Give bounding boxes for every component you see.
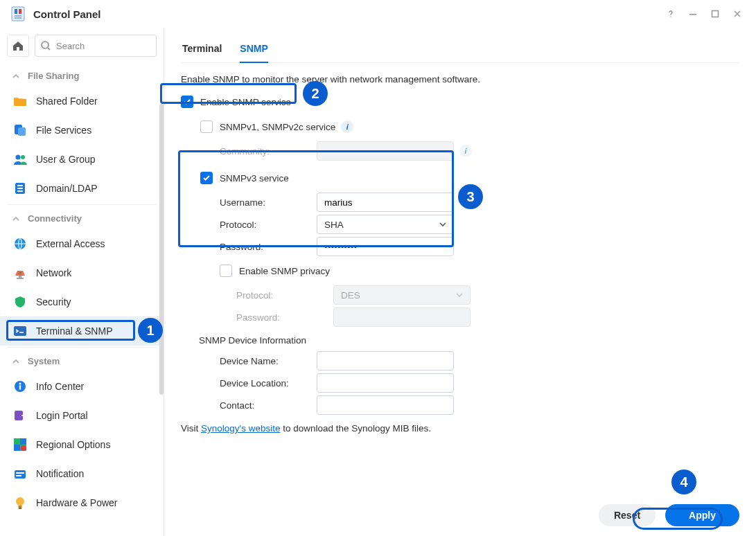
nav-label: Domain/LDAP xyxy=(36,183,98,194)
priv-password-label: Password: xyxy=(236,312,333,323)
help-icon[interactable] xyxy=(662,5,680,23)
sidebar-item-terminal-snmp[interactable]: Terminal & SNMP xyxy=(0,316,164,346)
tabs: Terminal SNMP xyxy=(181,35,739,63)
search-input[interactable] xyxy=(35,35,157,57)
password-label: Password: xyxy=(220,242,317,252)
folder-icon xyxy=(12,93,28,109)
svg-rect-3 xyxy=(15,15,21,17)
enable-snmp-label: Enable SNMP service xyxy=(200,97,291,107)
nav-label: External Access xyxy=(36,238,105,249)
svg-rect-16 xyxy=(17,190,23,192)
svg-point-12 xyxy=(21,155,25,159)
snmp-privacy-checkbox[interactable] xyxy=(220,265,232,277)
sidebar-item-notification[interactable]: Notification xyxy=(0,459,164,488)
svg-rect-18 xyxy=(19,276,21,278)
reset-button[interactable]: Reset xyxy=(599,504,656,526)
svg-point-20 xyxy=(19,272,21,274)
nav-label: Hardware & Power xyxy=(36,497,118,508)
synology-website-link[interactable]: Synology's website xyxy=(201,423,280,434)
nav-label: File Services xyxy=(36,125,91,136)
section-label: System xyxy=(28,356,60,366)
snmp-description: Enable SNMP to monitor the server with n… xyxy=(181,74,739,84)
sidebar-item-network[interactable]: Network xyxy=(0,258,164,287)
svg-rect-27 xyxy=(20,438,26,445)
bulb-icon xyxy=(12,495,28,510)
mib-post: to download the Synology MIB files. xyxy=(280,423,431,434)
svg-rect-14 xyxy=(17,185,23,186)
device-name-label: Device Name: xyxy=(220,356,317,366)
home-button[interactable] xyxy=(7,35,29,57)
snmp-privacy-label: Enable SNMP privacy xyxy=(239,266,330,276)
section-label: File Sharing xyxy=(28,71,79,81)
info-icon[interactable]: i xyxy=(459,145,472,157)
svg-rect-35 xyxy=(19,506,22,508)
info-icon xyxy=(12,379,28,394)
nav-label: Shared Folder xyxy=(36,96,98,107)
sidebar-item-login-portal[interactable]: Login Portal xyxy=(0,401,164,430)
username-input[interactable] xyxy=(317,193,454,212)
sidebar-item-regional-options[interactable]: Regional Options xyxy=(0,430,164,459)
nav-label: Terminal & SNMP xyxy=(36,325,112,337)
nav-label: Network xyxy=(36,267,71,278)
sidebar-item-domain-ldap[interactable]: Domain/LDAP xyxy=(0,174,164,203)
sidebar-item-file-services[interactable]: File Services xyxy=(0,116,164,145)
svg-rect-19 xyxy=(17,278,24,279)
svg-point-30 xyxy=(21,445,26,451)
sidebar-item-external-access[interactable]: External Access xyxy=(0,229,164,258)
nav-label: Info Center xyxy=(36,381,84,392)
scrollbar[interactable] xyxy=(159,104,164,395)
snmp-v12-label: SNMPv1, SNMPv2c service xyxy=(220,122,335,132)
svg-rect-31 xyxy=(15,470,26,479)
device-location-input[interactable] xyxy=(317,373,454,393)
section-system[interactable]: System xyxy=(0,349,164,372)
minimize-icon[interactable] xyxy=(684,5,702,23)
svg-rect-1 xyxy=(15,9,17,14)
protocol-select[interactable]: SHA xyxy=(317,215,454,234)
priv-protocol-label: Protocol: xyxy=(236,290,333,301)
tab-terminal[interactable]: Terminal xyxy=(182,35,222,62)
username-label: Username: xyxy=(220,197,317,208)
sidebar-item-hardware-power[interactable]: Hardware & Power xyxy=(0,488,164,517)
apply-button[interactable]: Apply xyxy=(665,504,739,526)
sidebar-item-shared-folder[interactable]: Shared Folder xyxy=(0,87,164,116)
svg-point-23 xyxy=(19,383,21,385)
svg-rect-6 xyxy=(689,14,696,15)
terminal-icon xyxy=(12,323,28,339)
password-input[interactable] xyxy=(317,237,454,256)
contact-label: Contact: xyxy=(220,400,317,411)
svg-rect-4 xyxy=(15,17,21,19)
user-group-icon xyxy=(12,152,28,167)
sidebar-item-user-group[interactable]: User & Group xyxy=(0,145,164,174)
sidebar-item-info-center[interactable]: Info Center xyxy=(0,372,164,401)
main-content: Terminal SNMP Enable SNMP to monitor the… xyxy=(164,28,756,536)
section-connectivity[interactable]: Connectivity xyxy=(0,206,164,229)
device-name-input[interactable] xyxy=(317,351,454,370)
svg-rect-26 xyxy=(14,438,20,445)
maximize-icon[interactable] xyxy=(706,5,724,23)
svg-rect-10 xyxy=(18,127,26,136)
snmp-v3-label: SNMPv3 service xyxy=(220,173,289,184)
device-location-label: Device Location: xyxy=(220,378,317,388)
shield-icon xyxy=(12,294,28,310)
mib-pre: Visit xyxy=(181,423,201,434)
tab-snmp[interactable]: SNMP xyxy=(240,35,267,62)
nav-label: Regional Options xyxy=(36,439,110,450)
nav-label: User & Group xyxy=(36,154,96,165)
contact-input[interactable] xyxy=(317,395,454,415)
close-icon[interactable] xyxy=(728,5,746,23)
enable-snmp-checkbox[interactable] xyxy=(181,96,193,108)
sidebar-item-security[interactable]: Security xyxy=(0,287,164,316)
globe-icon xyxy=(12,236,28,251)
svg-rect-15 xyxy=(17,188,23,189)
info-icon[interactable]: i xyxy=(341,120,353,133)
control-panel-icon xyxy=(10,6,26,22)
snmp-v12-checkbox[interactable] xyxy=(200,120,213,133)
regional-icon xyxy=(12,437,28,452)
snmp-v3-checkbox[interactable] xyxy=(200,172,213,184)
notification-icon xyxy=(12,466,28,481)
home-icon xyxy=(12,39,24,52)
priv-protocol-select: DES xyxy=(333,285,471,305)
divider xyxy=(7,204,157,205)
mib-line: Visit Synology's website to download the… xyxy=(181,423,739,434)
section-file-sharing[interactable]: File Sharing xyxy=(0,64,164,87)
